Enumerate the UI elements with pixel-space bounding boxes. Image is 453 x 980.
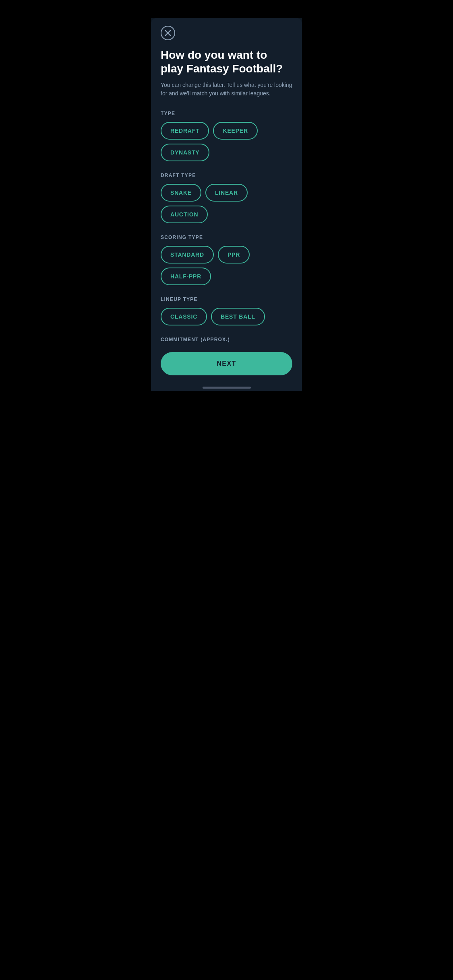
home-indicator-bar: [203, 387, 251, 389]
lineup-type-section-label: LINEUP TYPE: [161, 296, 292, 302]
next-button[interactable]: NEXT: [161, 352, 292, 375]
type-option-keeper[interactable]: KEEPER: [213, 122, 257, 140]
home-indicator: [161, 383, 292, 391]
scoring-type-option-half-ppr[interactable]: HALF-PPR: [161, 268, 211, 285]
lineup-type-option-classic[interactable]: CLASSIC: [161, 308, 207, 325]
lineup-type-section: LINEUP TYPE CLASSIC BEST BALL: [161, 296, 292, 325]
modal-container: How do you want to play Fantasy Football…: [151, 18, 302, 391]
page-subtitle: You can change this later. Tell us what …: [161, 81, 292, 98]
status-bar: [151, 0, 302, 18]
page-title: How do you want to play Fantasy Football…: [161, 48, 292, 75]
type-section-label: TYPE: [161, 111, 292, 116]
phone-container: How do you want to play Fantasy Football…: [151, 0, 302, 391]
close-button[interactable]: [161, 26, 175, 40]
commitment-section-label: COMMITMENT (APPROX.): [161, 337, 292, 342]
draft-type-option-auction[interactable]: AUCTION: [161, 206, 208, 223]
lineup-type-option-best-ball[interactable]: BEST BALL: [211, 308, 265, 325]
type-options-row: REDRAFT KEEPER DYNASTY: [161, 122, 292, 161]
type-section: TYPE REDRAFT KEEPER DYNASTY: [161, 111, 292, 161]
commitment-section: COMMITMENT (APPROX.): [161, 337, 292, 342]
type-option-dynasty[interactable]: DYNASTY: [161, 144, 209, 161]
scoring-type-options-row: STANDARD PPR HALF-PPR: [161, 246, 292, 285]
type-option-redraft[interactable]: REDRAFT: [161, 122, 209, 140]
close-icon: [165, 30, 171, 36]
lineup-type-options-row: CLASSIC BEST BALL: [161, 308, 292, 325]
draft-type-option-linear[interactable]: LINEAR: [205, 184, 248, 202]
scoring-type-option-standard[interactable]: STANDARD: [161, 246, 214, 264]
scoring-type-section: SCORING TYPE STANDARD PPR HALF-PPR: [161, 235, 292, 285]
draft-type-options-row: SNAKE LINEAR AUCTION: [161, 184, 292, 223]
scoring-type-option-ppr[interactable]: PPR: [218, 246, 250, 264]
draft-type-section: DRAFT TYPE SNAKE LINEAR AUCTION: [161, 173, 292, 223]
scoring-type-section-label: SCORING TYPE: [161, 235, 292, 240]
draft-type-section-label: DRAFT TYPE: [161, 173, 292, 178]
next-button-container: NEXT: [161, 346, 292, 383]
draft-type-option-snake[interactable]: SNAKE: [161, 184, 201, 202]
